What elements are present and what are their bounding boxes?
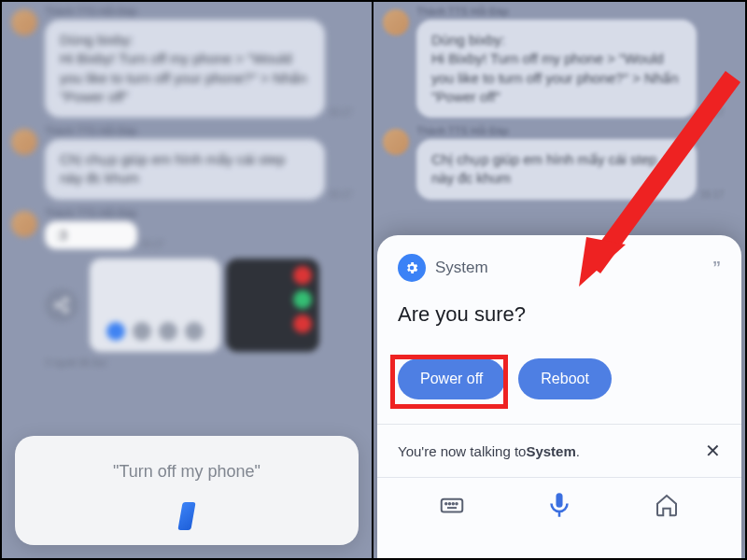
svg-point-8 — [452, 503, 454, 505]
avatar — [383, 9, 409, 35]
svg-line-4 — [59, 307, 63, 310]
reboot-button[interactable]: Reboot — [518, 358, 612, 399]
sender-name: Thành TTS Hỏi Đáp — [416, 125, 697, 137]
sender-name: Thành TTS Hỏi Đáp — [45, 125, 325, 137]
svg-point-6 — [445, 503, 447, 505]
confirmation-prompt: Are you sure? — [398, 302, 721, 327]
media-thumb[interactable] — [90, 259, 220, 352]
bixby-listening-panel: "Turn off my phone" — [15, 436, 359, 545]
chat-bubble: Dùng bixby: Hi Bixby! Turn off my phone … — [416, 20, 697, 118]
svg-point-1 — [55, 303, 60, 308]
bixby-system-card: System ” Are you sure? Power off Reboot … — [377, 235, 741, 558]
svg-point-0 — [63, 299, 68, 303]
sender-name: Thành TTS Hỏi Đáp — [416, 6, 697, 18]
chat-bubble: Chị chụp giúp em hình mấy cái step này đ… — [416, 139, 697, 200]
svg-point-7 — [448, 503, 450, 505]
timestamp: 15:17 — [329, 189, 352, 200]
quote-icon[interactable]: ” — [712, 259, 721, 278]
chat-bubble: Chị chụp giúp em hình mấy cái step này đ… — [45, 139, 325, 200]
media-thumb[interactable] — [226, 259, 319, 352]
bixby-command-text: "Turn off my phone" — [34, 462, 340, 482]
sender-name: Thành TTS Hỏi Đáp — [45, 207, 137, 219]
svg-point-2 — [63, 308, 68, 313]
svg-rect-5 — [441, 499, 462, 512]
close-icon[interactable]: ✕ — [705, 440, 721, 462]
talking-prefix: You're now talking to — [398, 443, 526, 459]
svg-line-3 — [59, 301, 63, 304]
home-icon[interactable] — [647, 485, 686, 525]
timestamp: 15:17 — [329, 107, 352, 118]
read-receipt: 3 người đã đọc — [2, 357, 372, 368]
keyboard-icon[interactable] — [432, 485, 472, 525]
avatar — [383, 129, 409, 155]
timestamp: 15:17 — [141, 239, 164, 249]
right-screenshot: Thành TTS Hỏi Đáp Dùng bixby: Hi Bixby! … — [374, 2, 745, 558]
sender-name: Thành TTS Hỏi Đáp — [45, 6, 325, 18]
avatar — [11, 211, 37, 237]
microphone-icon[interactable] — [540, 485, 579, 525]
chat-bubble: Dùng bixby: Hi Bixby! Turn off my phone … — [45, 20, 325, 118]
left-screenshot: Thành TTS Hỏi Đáp Dùng bixby: Hi Bixby! … — [2, 2, 374, 558]
avatar — [11, 129, 37, 155]
svg-point-9 — [456, 503, 458, 505]
svg-rect-11 — [556, 493, 562, 508]
talking-suffix: . — [576, 443, 580, 459]
system-badge-icon — [398, 254, 426, 282]
chat-bubble: :3 — [45, 221, 137, 250]
bixby-icon — [177, 502, 195, 530]
talking-status: You're now talking to System . ✕ — [398, 425, 721, 477]
system-title: System — [435, 259, 488, 277]
talking-target: System — [526, 443, 575, 459]
timestamp: 15:17 — [700, 189, 724, 200]
timestamp: 15:17 — [700, 107, 724, 118]
avatar — [11, 9, 37, 35]
share-icon[interactable] — [45, 288, 78, 322]
power-off-button[interactable]: Power off — [398, 358, 505, 399]
media-attachments — [2, 253, 372, 357]
